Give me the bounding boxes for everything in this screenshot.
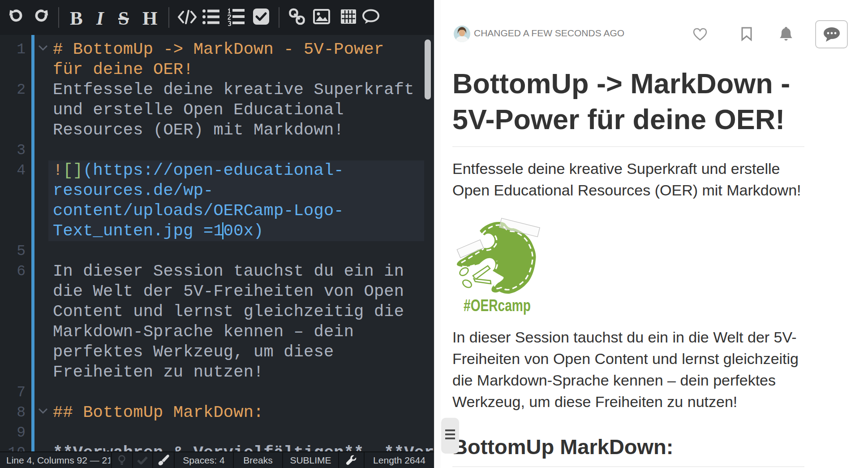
svg-text:#OERcamp: #OERcamp [464, 296, 531, 315]
